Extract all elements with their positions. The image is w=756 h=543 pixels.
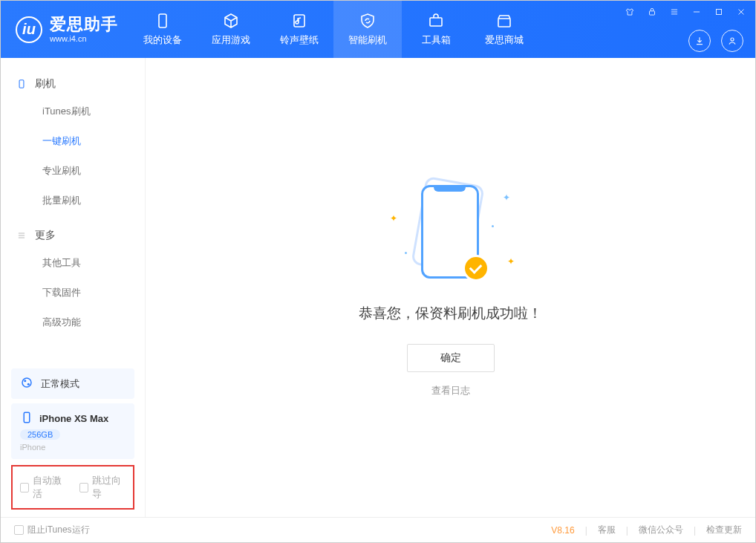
success-message: 恭喜您，保资料刷机成功啦！ <box>359 304 542 323</box>
music-note-icon <box>290 12 308 30</box>
svg-point-8 <box>22 378 31 387</box>
sidebar-item-advanced[interactable]: 高级功能 <box>1 308 145 337</box>
lock-icon[interactable] <box>645 5 659 19</box>
svg-rect-5 <box>717 10 722 15</box>
tab-label: 智能刷机 <box>348 33 387 47</box>
app-logo: iu 爱思助手 www.i4.cn <box>1 16 128 42</box>
check-badge-icon <box>463 255 489 282</box>
tab-my-device[interactable]: 我的设备 <box>128 1 197 58</box>
check-update-link[interactable]: 检查更新 <box>706 524 742 536</box>
tab-label: 应用游戏 <box>212 33 250 47</box>
auto-activate-checkbox[interactable]: 自动激活 <box>20 474 66 501</box>
mode-icon <box>20 376 33 391</box>
group-title: 更多 <box>35 229 56 242</box>
checkbox-label: 自动激活 <box>33 474 66 501</box>
block-itunes-checkbox[interactable]: 阻止iTunes运行 <box>14 524 90 536</box>
group-title: 刷机 <box>35 77 56 91</box>
svg-point-10 <box>27 383 30 386</box>
success-illustration: ✦ ✦ ✦ <box>384 178 518 289</box>
app-header: iu 爱思助手 www.i4.cn 我的设备 应用游戏 铃声壁纸 智能刷机 工具… <box>1 1 755 58</box>
ok-button[interactable]: 确定 <box>407 344 495 372</box>
sidebar: 刷机 iTunes刷机 一键刷机 专业刷机 批量刷机 更多 其他工具 下载固件 … <box>1 58 146 517</box>
account-button[interactable] <box>721 30 743 52</box>
sidebar-item-pro-flash[interactable]: 专业刷机 <box>1 156 145 186</box>
minimize-button[interactable] <box>690 5 703 19</box>
menu-icon[interactable] <box>668 5 681 19</box>
device-name: iPhone XS Max <box>39 413 108 424</box>
version-label: V8.16 <box>551 525 574 536</box>
checkbox-icon <box>14 525 24 535</box>
checkbox-label: 阻止iTunes运行 <box>27 524 90 536</box>
tab-toolbox[interactable]: 工具箱 <box>402 1 470 58</box>
skip-guide-checkbox[interactable]: 跳过向导 <box>79 474 126 501</box>
close-button[interactable] <box>734 5 748 19</box>
view-log-link[interactable]: 查看日志 <box>431 384 470 397</box>
svg-point-6 <box>731 38 734 41</box>
shirt-icon[interactable] <box>623 5 636 19</box>
tab-label: 我的设备 <box>143 33 182 47</box>
sparkle-icon: ✦ <box>507 256 515 267</box>
device-card[interactable]: iPhone XS Max 256GB iPhone <box>11 403 134 459</box>
device-icon <box>20 411 33 426</box>
svg-rect-2 <box>430 18 442 26</box>
tab-ringtones-wallpapers[interactable]: 铃声壁纸 <box>265 1 333 58</box>
app-url: www.i4.cn <box>50 34 118 43</box>
mode-label: 正常模式 <box>41 377 79 391</box>
sidebar-group-flash: 刷机 <box>1 71 145 97</box>
main-content: ✦ ✦ ✦ 恭喜您，保资料刷机成功啦！ 确定 查看日志 <box>146 58 755 517</box>
tab-apps-games[interactable]: 应用游戏 <box>197 1 265 58</box>
svg-rect-0 <box>159 14 166 27</box>
tab-store[interactable]: 爱思商城 <box>470 1 538 58</box>
checkbox-icon <box>20 483 29 492</box>
phone-icon <box>154 12 172 30</box>
sidebar-item-batch-flash[interactable]: 批量刷机 <box>1 186 145 215</box>
svg-rect-4 <box>650 11 655 15</box>
shield-refresh-icon <box>359 12 377 30</box>
sidebar-item-oneclick-flash[interactable]: 一键刷机 <box>1 126 145 156</box>
device-capacity: 256GB <box>20 429 60 440</box>
mode-card[interactable]: 正常模式 <box>11 368 134 399</box>
toolbox-icon <box>427 12 445 30</box>
download-button[interactable] <box>688 30 711 52</box>
store-icon <box>495 12 513 30</box>
device-type: iPhone <box>20 443 45 452</box>
tab-label: 爱思商城 <box>485 33 524 47</box>
flash-options-row: 自动激活 跳过向导 <box>11 465 134 510</box>
device-icon <box>16 78 27 90</box>
sidebar-item-itunes-flash[interactable]: iTunes刷机 <box>1 97 145 126</box>
svg-rect-7 <box>19 80 24 88</box>
header-right-buttons <box>688 30 743 52</box>
sidebar-item-download-firmware[interactable]: 下载固件 <box>1 278 145 308</box>
svg-rect-3 <box>498 19 510 27</box>
window-controls <box>623 5 748 19</box>
svg-rect-11 <box>24 412 30 423</box>
support-link[interactable]: 客服 <box>598 524 616 536</box>
checkbox-icon <box>79 483 88 492</box>
tab-label: 铃声壁纸 <box>280 33 319 47</box>
sidebar-item-other-tools[interactable]: 其他工具 <box>1 248 145 278</box>
sparkle-icon: ✦ <box>503 192 510 203</box>
list-icon <box>16 230 27 241</box>
wechat-link[interactable]: 微信公众号 <box>639 524 683 536</box>
sidebar-group-more: 更多 <box>1 223 145 248</box>
top-tabs: 我的设备 应用游戏 铃声壁纸 智能刷机 工具箱 爱思商城 <box>128 1 538 58</box>
cube-icon <box>222 12 240 30</box>
logo-icon: iu <box>16 16 42 43</box>
app-title: 爱思助手 <box>50 16 118 33</box>
checkbox-label: 跳过向导 <box>92 474 126 501</box>
tab-label: 工具箱 <box>422 33 451 47</box>
status-bar: 阻止iTunes运行 V8.16 | 客服 | 微信公众号 | 检查更新 <box>1 517 755 542</box>
tab-smart-flash[interactable]: 智能刷机 <box>333 1 402 58</box>
svg-point-9 <box>24 380 26 382</box>
maximize-button[interactable] <box>712 5 726 19</box>
sparkle-icon: ✦ <box>390 213 397 224</box>
